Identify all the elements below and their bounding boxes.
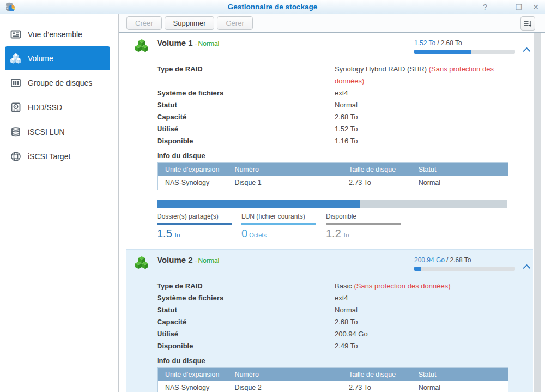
disk-table-header-row: Unité d’expansion Numéro Taille de disqu… (158, 163, 508, 176)
detail-value: 1.16 To (335, 135, 517, 147)
disk-info-title: Info du disque (157, 357, 533, 366)
sidebar-item-label: iSCSI LUN (28, 128, 65, 136)
detail-value: Normal (335, 304, 517, 316)
window-title: Gestionnaire de stockage (0, 3, 545, 11)
dash: - (195, 40, 197, 47)
volume2-panel: Volume 2-Normal 200.94 Go/2.68 To (126, 249, 533, 392)
detail-row-raid: Type de RAID Basic (Sans protection des … (126, 280, 533, 292)
sidebar-item-overview[interactable]: Vue d’ensemble (0, 22, 118, 46)
segment-value: 1.2 (326, 227, 341, 239)
col-disk-size: Taille de disque (341, 163, 411, 176)
cell-number: Disque 2 (227, 381, 341, 392)
detail-value: Basic (Sans protection des données) (335, 280, 517, 292)
lun-stack-icon (10, 126, 22, 138)
disk-info-title: Info du disque (157, 152, 533, 161)
volume-status: Normal (198, 257, 220, 264)
help-icon[interactable]: ? (481, 2, 489, 13)
segment-label: LUN (fichier courants) (241, 213, 316, 220)
volume-cubes-icon (10, 52, 22, 64)
detail-row-used: Utilisé 1.52 To (126, 123, 533, 135)
sidebar-item-volume[interactable]: Volume (5, 46, 110, 70)
total-value: 2.68 To (450, 256, 471, 264)
detail-row-status: Statut Normal (126, 99, 533, 111)
detail-value: ext4 (335, 87, 517, 99)
collapse-chevron-up-icon[interactable] (523, 45, 531, 55)
cell-size: 2.73 To (341, 381, 411, 392)
detail-label: Disponible (157, 135, 335, 147)
sidebar-item-iscsi-target[interactable]: iSCSI Target (0, 144, 118, 168)
detail-value: Normal (335, 99, 517, 111)
sidebar-item-iscsi-lun[interactable]: iSCSI LUN (0, 119, 118, 144)
disk-table-header-row: Unité d’expansion Numéro Taille de disqu… (158, 368, 508, 381)
sort-desc-icon (523, 19, 532, 28)
delete-button[interactable]: Supprimer (165, 16, 215, 30)
volume-cubes-icon (134, 255, 149, 273)
detail-value: 200.94 Go (335, 328, 517, 340)
hdd-icon (10, 101, 22, 113)
sidebar-item-label: iSCSI Target (28, 152, 70, 161)
disk-info-table: Unité d’expansion Numéro Taille de disqu… (157, 162, 508, 190)
detail-row-status: Statut Normal (126, 304, 533, 316)
overview-icon (10, 28, 22, 40)
raid-warning: (Sans protection des données) (354, 282, 450, 290)
volume-name: Volume 2 (157, 255, 193, 264)
detail-label: Capacité (157, 316, 335, 328)
maximize-icon[interactable]: ❐ (515, 2, 523, 13)
titlebar: Gestionnaire de stockage ? – ❐ ✕ (0, 0, 545, 14)
minimize-icon[interactable]: – (498, 2, 506, 13)
detail-row-filesystem: Système de fichiers ext4 (126, 87, 533, 99)
cell-size: 2.73 To (341, 176, 411, 190)
collapse-chevron-up-icon[interactable] (523, 262, 531, 272)
detail-value: 2.68 To (335, 111, 517, 123)
volume-name: Volume 1 (157, 38, 193, 47)
volume-cubes-icon (134, 38, 149, 56)
globe-icon (10, 150, 22, 162)
volume2-header[interactable]: Volume 2-Normal 200.94 Go/2.68 To (126, 255, 533, 275)
dash: - (195, 257, 197, 264)
close-icon[interactable]: ✕ (532, 2, 540, 13)
create-button[interactable]: Créer (126, 16, 162, 30)
detail-label: Capacité (157, 111, 335, 123)
segment-unit: To (174, 232, 180, 238)
sidebar-item-label: Volume (28, 54, 53, 63)
detail-label: Système de fichiers (157, 87, 335, 99)
segment-value: 0 (241, 227, 247, 239)
detail-label: Disponible (157, 340, 335, 352)
segment-label: Dossier(s) partagé(s) (157, 213, 232, 220)
detail-row-filesystem: Système de fichiers ext4 (126, 292, 533, 304)
sidebar-item-label: HDD/SSD (28, 103, 62, 112)
sidebar-item-disk-group[interactable]: Groupe de disques (0, 70, 118, 95)
segment-value: 1.5 (157, 227, 172, 239)
sidebar-item-label: Vue d’ensemble (28, 30, 82, 39)
vertical-scrollbar[interactable] (534, 33, 541, 392)
detail-label: Type de RAID (157, 280, 335, 292)
segment-unit: To (343, 232, 349, 238)
cell-number: Disque 1 (227, 176, 341, 190)
separator: / (437, 39, 439, 47)
disk-info-table: Unité d’expansion Numéro Taille de disqu… (157, 367, 508, 392)
volume-usage-summary: 1.52 To/2.68 To (414, 39, 515, 54)
col-number: Numéro (227, 163, 341, 176)
col-status: Statut (411, 163, 508, 176)
detail-label: Système de fichiers (157, 292, 335, 304)
cell-status: Normal (411, 381, 508, 392)
sidebar-item-hdd-ssd[interactable]: HDD/SSD (0, 95, 118, 119)
detail-row-available: Disponible 1.16 To (126, 135, 533, 147)
segment-unit: Octets (249, 232, 267, 238)
volume1-header[interactable]: Volume 1-Normal 1.52 To/2.68 To (126, 38, 533, 58)
col-expansion-unit: Unité d’expansion (158, 163, 227, 176)
manage-button[interactable]: Gérer (217, 16, 252, 30)
legend-lun: LUN (fichier courants) 0Octets (241, 213, 316, 240)
sidebar: Vue d’ensemble Volume (0, 14, 119, 392)
detail-row-capacity: Capacité 2.68 To (126, 316, 533, 328)
col-disk-size: Taille de disque (341, 368, 411, 381)
volume-usage-summary: 200.94 Go/2.68 To (414, 256, 515, 271)
sidebar-item-label: Groupe de disques (28, 79, 92, 87)
detail-label: Utilisé (157, 123, 335, 135)
sort-button[interactable] (520, 16, 535, 31)
usage-progressbar (414, 50, 515, 54)
segment-label: Disponible (326, 213, 401, 220)
cell-status: Normal (411, 176, 508, 190)
detail-label: Statut (157, 304, 335, 316)
used-value: 1.52 To (414, 39, 435, 47)
